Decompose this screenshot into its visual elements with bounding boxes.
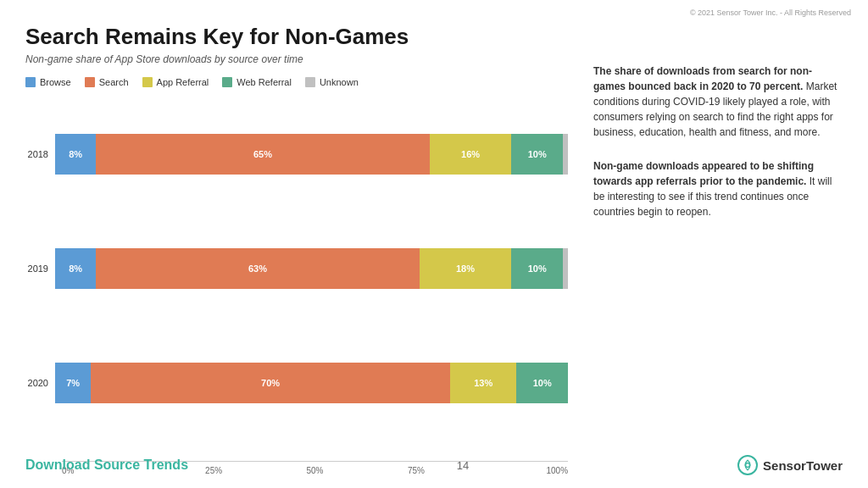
bar-segment-web-referral-2020: 10% (516, 363, 568, 403)
legend-label-app-referral: App Referral (157, 77, 209, 87)
svg-point-0 (746, 463, 750, 468)
legend-label-web-referral: Web Referral (236, 77, 292, 87)
insight-text-0: The share of downloads from search for n… (593, 64, 843, 140)
insight-text-1: Non-game downloads appeared to be shifti… (593, 158, 843, 219)
insight-block-0: The share of downloads from search for n… (593, 64, 843, 140)
bar-segment-search-2019: 63% (96, 248, 419, 289)
logo-icon (737, 455, 758, 475)
sensor-tower-logo: SensorTower (737, 455, 843, 475)
bar-segment-unknown-2019 (563, 248, 568, 289)
bar-segment-browse-2020: 7% (55, 363, 91, 403)
chart-area: 20188%65%16%10%20198%63%18%10%20207%70%1… (25, 97, 568, 475)
copyright-text: © 2021 Sensor Tower Inc. - All Rights Re… (690, 8, 851, 17)
bar-container-2018: 8%65%16%10% (55, 134, 568, 175)
right-panel: The share of downloads from search for n… (568, 17, 843, 475)
chart-row-2019: 20198%63%18%10% (25, 245, 568, 291)
year-label-2018: 2018 (25, 149, 55, 159)
page-subtitle: Non-game share of App Store downloads by… (25, 53, 568, 65)
logo-text: SensorTower (763, 458, 843, 473)
legend-label-browse: Browse (40, 77, 71, 87)
year-label-2019: 2019 (25, 263, 55, 274)
legend-color-unknown (305, 77, 315, 87)
legend-color-search (85, 77, 95, 87)
bar-container-2019: 8%63%18%10% (55, 248, 568, 289)
legend-item-search: Search (85, 77, 129, 87)
legend-label-unknown: Unknown (320, 77, 359, 87)
chart-row-2018: 20188%65%16%10% (25, 131, 568, 178)
legend-item-app-referral: App Referral (142, 77, 209, 87)
chart-rows: 20188%65%16%10%20198%63%18%10%20207%70%1… (25, 97, 568, 461)
chart-legend: Browse Search App Referral Web Referral … (25, 77, 568, 87)
left-panel: Search Remains Key for Non-Games Non-gam… (25, 17, 568, 475)
footer: Download Source Trends 14 SensorTower (25, 455, 843, 475)
year-label-2020: 2020 (25, 378, 55, 388)
legend-item-unknown: Unknown (305, 77, 359, 87)
bar-segment-app-referral-2019: 18% (420, 248, 512, 289)
bar-segment-web-referral-2019: 10% (511, 248, 563, 289)
bar-segment-search-2018: 65% (96, 134, 429, 175)
legend-item-web-referral: Web Referral (222, 77, 292, 87)
bar-segment-search-2020: 70% (91, 363, 450, 403)
footer-left-text: Download Source Trends (25, 458, 188, 473)
chart-row-2020: 20207%70%13%10% (25, 359, 568, 406)
bar-segment-browse-2019: 8% (55, 248, 96, 289)
main-container: Search Remains Key for Non-Games Non-gam… (0, 0, 868, 488)
bar-segment-browse-2018: 8% (55, 134, 96, 175)
bar-segment-unknown-2018 (563, 134, 568, 175)
bar-container-2020: 7%70%13%10% (55, 363, 568, 403)
page-number: 14 (457, 459, 469, 472)
legend-label-search: Search (99, 77, 129, 87)
legend-color-web-referral (222, 77, 232, 87)
legend-item-browse: Browse (25, 77, 71, 87)
bar-segment-web-referral-2018: 10% (511, 134, 563, 175)
bar-segment-app-referral-2020: 13% (450, 363, 517, 403)
page-title: Search Remains Key for Non-Games (25, 24, 568, 50)
bar-segment-app-referral-2018: 16% (430, 134, 512, 175)
legend-color-browse (25, 77, 36, 87)
legend-color-app-referral (142, 77, 153, 87)
insight-block-1: Non-game downloads appeared to be shifti… (593, 158, 843, 219)
